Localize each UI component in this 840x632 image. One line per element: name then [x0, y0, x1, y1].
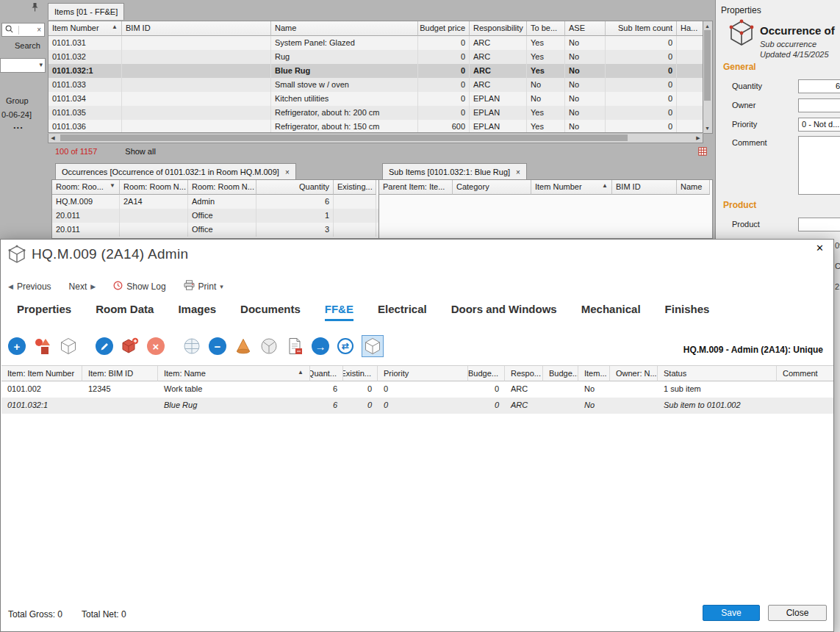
priority-select[interactable]: 0 - Not d...: [798, 118, 840, 132]
add-product-icon[interactable]: [121, 337, 139, 355]
column-header[interactable]: Item...: [578, 366, 610, 381]
column-header[interactable]: Responsibility: [470, 21, 527, 36]
column-header[interactable]: ASE: [565, 21, 606, 36]
print-button[interactable]: Print: [198, 281, 217, 292]
tab-room-data[interactable]: Room Data: [96, 303, 154, 321]
tab-doors-and-windows[interactable]: Doors and Windows: [451, 303, 557, 321]
column-header[interactable]: Room: Roo...▼: [52, 180, 120, 195]
column-header[interactable]: Item: Name▲: [158, 366, 310, 381]
column-header[interactable]: To be...: [527, 21, 565, 36]
tab-images[interactable]: Images: [178, 303, 216, 321]
scroll-right-icon[interactable]: ▶: [694, 134, 703, 142]
column-header[interactable]: Item: Item Number: [1, 366, 82, 381]
add-icon[interactable]: +: [8, 337, 26, 355]
tab-mechanical[interactable]: Mechanical: [581, 303, 641, 321]
filter-dropdown[interactable]: ▾: [0, 58, 46, 73]
search-icon[interactable]: [5, 25, 13, 35]
scrollbar-thumb[interactable]: [60, 134, 628, 141]
column-header[interactable]: Respo...: [505, 366, 543, 381]
tab-properties[interactable]: Properties: [17, 303, 71, 321]
vertical-scrollbar[interactable]: ▲ ▼: [703, 21, 713, 134]
column-header[interactable]: Quantity: [256, 180, 334, 195]
scrollbar-thumb[interactable]: [704, 30, 711, 101]
cube-icon[interactable]: [60, 337, 77, 355]
column-header[interactable]: Sub Item count: [606, 21, 677, 36]
column-header[interactable]: Quant...: [310, 366, 343, 381]
save-button[interactable]: Save: [703, 605, 760, 621]
bim-view-icon[interactable]: [362, 335, 384, 357]
tab-occurrences[interactable]: Occurrences [Occurrence of 0101.032:1 in…: [55, 163, 296, 180]
sphere-icon[interactable]: [183, 337, 201, 355]
close-icon[interactable]: ×: [285, 168, 290, 176]
column-header[interactable]: Ha...: [677, 21, 703, 36]
show-all-link[interactable]: Show all: [125, 147, 156, 156]
owner-input[interactable]: [798, 98, 840, 112]
column-header[interactable]: BIM ID: [122, 21, 271, 36]
tab-sub-items[interactable]: Sub Items [0101.032:1: Blue Rug] ×: [382, 163, 527, 180]
cone-icon[interactable]: [234, 337, 252, 355]
clear-search-icon[interactable]: ×: [37, 26, 41, 34]
forward-icon[interactable]: →: [312, 337, 329, 355]
table-row[interactable]: 0101.00212345Work table6000ARCNo1 sub it…: [1, 381, 833, 398]
remove-icon[interactable]: −: [209, 337, 226, 355]
close-icon[interactable]: ✕: [816, 243, 824, 254]
product-input[interactable]: [798, 218, 840, 231]
previous-button[interactable]: Previous: [17, 281, 51, 292]
table-row[interactable]: 0101.032:1Blue Rug0ARCYesNo0: [49, 64, 703, 78]
column-header[interactable]: Parent Item: Ite...: [379, 180, 453, 195]
column-header[interactable]: Budget price: [418, 21, 470, 36]
column-header[interactable]: Item Number▲: [531, 180, 612, 195]
globe-icon[interactable]: [260, 337, 278, 355]
tab-ff-e[interactable]: FF&E: [325, 303, 353, 321]
next-button[interactable]: Next: [69, 281, 87, 292]
close-icon[interactable]: ×: [516, 168, 520, 176]
tab-items-list[interactable]: Items [01 - FF&E]: [48, 3, 124, 20]
column-header[interactable]: Priority: [378, 366, 468, 381]
scroll-up-icon[interactable]: ▲: [703, 22, 711, 30]
table-row[interactable]: 0101.035Refrigerator, about h: 200 cm0EP…: [49, 106, 703, 120]
column-header[interactable]: Item Number▲: [49, 21, 122, 36]
scroll-down-icon[interactable]: ▼: [703, 124, 711, 132]
table-row[interactable]: 20.011Office3: [52, 223, 379, 237]
more-button[interactable]: ...: [13, 120, 24, 131]
close-button[interactable]: Close: [768, 605, 827, 621]
column-header[interactable]: Category: [453, 180, 531, 195]
edit-icon[interactable]: [96, 337, 113, 355]
tab-documents[interactable]: Documents: [240, 303, 301, 321]
column-header[interactable]: Item: BIM ID: [82, 366, 158, 381]
table-row[interactable]: 0101.032Rug0ARCYesNo0: [49, 50, 703, 64]
table-row[interactable]: 0101.036Refrigerator, about h: 150 cm600…: [49, 120, 703, 133]
quantity-input[interactable]: 6: [798, 79, 840, 93]
delete-icon[interactable]: ×: [147, 337, 165, 355]
column-header[interactable]: Existin...: [343, 366, 378, 381]
show-log-button[interactable]: Show Log: [126, 281, 165, 292]
column-header[interactable]: Comment: [777, 366, 833, 381]
horizontal-scrollbar[interactable]: ◀ ▶: [48, 134, 703, 143]
comment-textarea[interactable]: [798, 136, 840, 195]
search-box[interactable]: ×: [1, 23, 45, 37]
tab-finishes[interactable]: Finishes: [665, 303, 710, 321]
scroll-left-icon[interactable]: ◀: [49, 134, 57, 142]
column-header[interactable]: Owner: N...: [610, 366, 658, 381]
grid-icon[interactable]: [698, 147, 707, 156]
column-header[interactable]: BIM ID: [612, 180, 677, 195]
column-header[interactable]: Existing...: [334, 180, 376, 195]
table-row[interactable]: 0101.034Kitchen utilities0EPLANNoNo0: [49, 92, 703, 106]
table-row[interactable]: 0101.033Small stove w / oven0ARCNoNo0: [49, 78, 703, 92]
tab-electrical[interactable]: Electrical: [378, 303, 427, 321]
column-header[interactable]: Name: [271, 21, 418, 36]
column-header[interactable]: Status: [658, 366, 777, 381]
print-dropdown-caret-icon[interactable]: ▾: [220, 283, 223, 290]
column-header[interactable]: Name: [677, 180, 710, 195]
column-header[interactable]: Room: Room N...: [120, 180, 188, 195]
column-header[interactable]: Item: Budge...: [468, 366, 505, 381]
pin-icon[interactable]: [31, 2, 39, 13]
sync-icon[interactable]: ⇄: [337, 338, 353, 354]
table-row[interactable]: 0101.031System Panel: Glazed0ARCYesNo0: [49, 36, 703, 50]
column-header[interactable]: Room: Room N...: [188, 180, 256, 195]
report-icon[interactable]: [286, 337, 304, 355]
table-row[interactable]: 20.011Office1: [52, 209, 379, 223]
column-header[interactable]: Budge...: [543, 366, 578, 381]
shapes-icon[interactable]: [34, 337, 51, 355]
table-row[interactable]: HQ.M.0092A14Admin6: [52, 195, 379, 209]
